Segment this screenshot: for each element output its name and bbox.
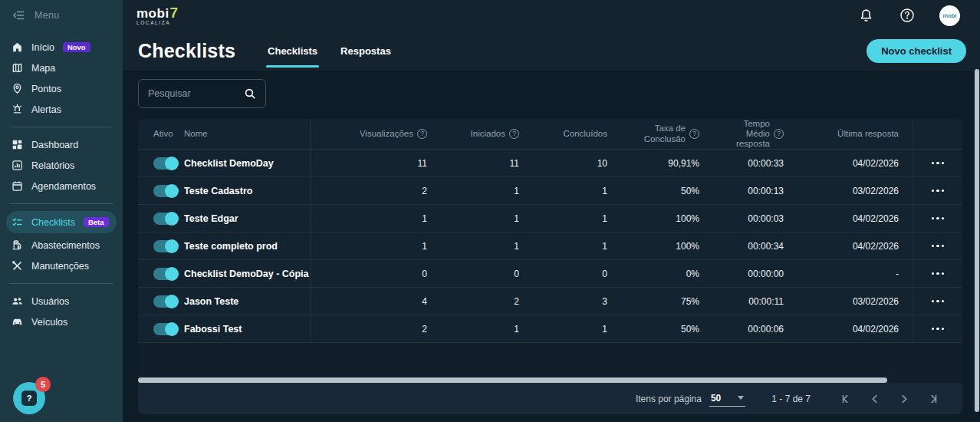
brand-seven: 7 bbox=[170, 5, 179, 21]
sidebar-item-abastecimentos[interactable]: Abastecimentos bbox=[0, 235, 123, 256]
row-menu-button[interactable] bbox=[929, 157, 948, 170]
notifications-bell-icon[interactable] bbox=[857, 6, 875, 25]
items-per-page-select[interactable]: 50 bbox=[709, 391, 745, 407]
previous-page-icon[interactable] bbox=[866, 390, 884, 408]
sidebar-divider bbox=[9, 203, 113, 204]
sidebar-item-label: Checklists bbox=[31, 217, 75, 228]
tab-bar: Checklists Respostas bbox=[266, 31, 393, 71]
help-widget-button[interactable]: ? 5 bbox=[13, 382, 45, 414]
sidebar-item-veiculos[interactable]: Veículos bbox=[0, 312, 123, 332]
pagination-range: 1 - 7 de 7 bbox=[771, 394, 811, 404]
novo-checklist-button[interactable]: Novo checklist bbox=[867, 39, 966, 63]
sidebar-item-manutencoes[interactable]: Manutenções bbox=[0, 256, 123, 276]
sidebar-item-label: Mapa bbox=[31, 63, 55, 74]
help-icon[interactable]: ? bbox=[417, 129, 427, 139]
checklist-name: Checklist DemoDay bbox=[184, 150, 311, 176]
checklist-name: Fabossi Test bbox=[184, 315, 311, 342]
sidebar-item-inicio[interactable]: Início Novo bbox=[0, 37, 123, 58]
row-menu-button[interactable] bbox=[929, 213, 948, 225]
sidebar-item-label: Relatórios bbox=[31, 160, 74, 171]
iniciados-value: 1 bbox=[441, 315, 533, 342]
sidebar-item-agendamentos[interactable]: Agendamentos bbox=[0, 176, 123, 196]
column-header-iniciados: Iniciados? bbox=[441, 119, 533, 149]
table-row: Jason Teste 4 2 3 75% 00:00:11 03/02/202… bbox=[138, 288, 962, 315]
sidebar-item-label: Início bbox=[31, 42, 54, 53]
row-menu-button[interactable] bbox=[929, 323, 948, 335]
row-active-toggle[interactable] bbox=[153, 240, 177, 252]
sidebar-item-label: Manutenções bbox=[31, 261, 89, 272]
visualizacoes-value: 1 bbox=[311, 205, 441, 232]
row-active-toggle[interactable] bbox=[153, 157, 177, 170]
ultima-resposta-value: 04/02/2026 bbox=[797, 205, 913, 232]
table-row: Checklist DemoDay - Cópia 0 0 0 0% 00:00… bbox=[138, 260, 962, 288]
table-row: Teste Edgar 1 1 1 100% 00:00:03 04/02/20… bbox=[138, 205, 962, 232]
help-icon[interactable]: ? bbox=[689, 129, 699, 139]
taxa-value: 100% bbox=[621, 232, 713, 259]
checklist-name: Teste completo prod bbox=[184, 232, 311, 259]
page-header: Checklists Checklists Respostas Novo che… bbox=[123, 31, 980, 71]
row-active-toggle[interactable] bbox=[153, 213, 177, 225]
items-per-page-label: Itens por página bbox=[636, 394, 702, 404]
chevron-down-icon bbox=[738, 396, 744, 400]
visualizacoes-value: 2 bbox=[311, 177, 441, 204]
taxa-value: 50% bbox=[621, 315, 713, 342]
first-page-icon[interactable] bbox=[837, 390, 855, 408]
sidebar-item-checklists[interactable]: Checklists Beta bbox=[6, 211, 117, 233]
tempo-value: 00:00:13 bbox=[713, 177, 797, 204]
iniciados-value: 11 bbox=[441, 150, 533, 176]
sidebar-item-alertas[interactable]: Alertas bbox=[0, 99, 123, 120]
sidebar-item-mapa[interactable]: Mapa bbox=[0, 58, 123, 78]
row-active-toggle[interactable] bbox=[153, 268, 177, 280]
checklist-name: Teste Edgar bbox=[184, 205, 311, 232]
visualizacoes-value: 4 bbox=[311, 288, 441, 315]
checklist-name: Jason Teste bbox=[184, 288, 311, 315]
sidebar-item-usuarios[interactable]: Usuários bbox=[0, 291, 123, 312]
help-icon[interactable]: ? bbox=[774, 129, 784, 139]
search-icon[interactable] bbox=[244, 87, 256, 100]
vertical-scrollbar[interactable] bbox=[975, 69, 979, 412]
sidebar-item-relatorios[interactable]: Relatórios bbox=[0, 155, 123, 176]
sidebar: Menu Início Novo Mapa Pontos bbox=[0, 0, 123, 422]
tab-checklists[interactable]: Checklists bbox=[266, 31, 319, 71]
checklist-name: Teste Cadastro bbox=[184, 177, 311, 204]
menu-collapse-icon bbox=[12, 9, 25, 21]
last-page-icon[interactable] bbox=[924, 390, 942, 408]
horizontal-scrollbar[interactable] bbox=[138, 377, 887, 383]
column-header-ultima-resposta: Última resposta bbox=[797, 119, 913, 149]
help-question-icon[interactable] bbox=[898, 6, 916, 25]
sidebar-item-label: Pontos bbox=[31, 84, 61, 94]
concluidos-value: 1 bbox=[533, 177, 621, 204]
row-menu-button[interactable] bbox=[929, 268, 948, 280]
tab-respostas[interactable]: Respostas bbox=[339, 31, 393, 71]
iniciados-value: 1 bbox=[441, 177, 533, 204]
sidebar-item-label: Dashboard bbox=[31, 140, 78, 150]
search-input[interactable] bbox=[148, 88, 238, 99]
help-icon[interactable]: ? bbox=[509, 129, 519, 139]
ultima-resposta-value: 03/02/2026 bbox=[797, 288, 913, 315]
sidebar-nav: Início Novo Mapa Pontos Alertas bbox=[0, 31, 123, 332]
concluidos-value: 3 bbox=[533, 288, 621, 315]
row-active-toggle[interactable] bbox=[153, 323, 177, 335]
content-area: Ativo Nome Visualizações? Iniciados? Con… bbox=[123, 71, 980, 422]
row-active-toggle[interactable] bbox=[153, 295, 177, 308]
sidebar-item-dashboard[interactable]: Dashboard bbox=[0, 134, 123, 155]
column-label: Tempo Médio resposta bbox=[719, 119, 770, 149]
concluidos-value: 1 bbox=[533, 232, 621, 259]
column-header-taxa-de-conclusao: Taxa de Conclusão? bbox=[621, 119, 713, 149]
row-menu-button[interactable] bbox=[929, 185, 948, 197]
sidebar-item-pontos[interactable]: Pontos bbox=[0, 78, 123, 99]
user-avatar[interactable]: mobi bbox=[939, 5, 960, 26]
sidebar-item-label: Abastecimentos bbox=[31, 240, 100, 251]
row-menu-button[interactable] bbox=[929, 240, 948, 252]
column-label: Taxa de Conclusão bbox=[635, 124, 686, 143]
row-menu-button[interactable] bbox=[929, 295, 948, 308]
next-page-icon[interactable] bbox=[895, 390, 913, 408]
table-row: Checklist DemoDay 11 11 10 90,91% 00:00:… bbox=[138, 150, 962, 177]
column-header-tempo-medio-resposta: Tempo Médio resposta? bbox=[713, 119, 797, 149]
table-row: Fabossi Test 2 1 1 50% 00:00:06 04/02/20… bbox=[138, 315, 962, 343]
concluidos-value: 1 bbox=[533, 315, 621, 342]
taxa-value: 0% bbox=[621, 260, 713, 287]
sidebar-collapse-button[interactable]: Menu bbox=[0, 0, 123, 31]
row-active-toggle[interactable] bbox=[153, 185, 177, 197]
page-title: Checklists bbox=[138, 40, 235, 62]
